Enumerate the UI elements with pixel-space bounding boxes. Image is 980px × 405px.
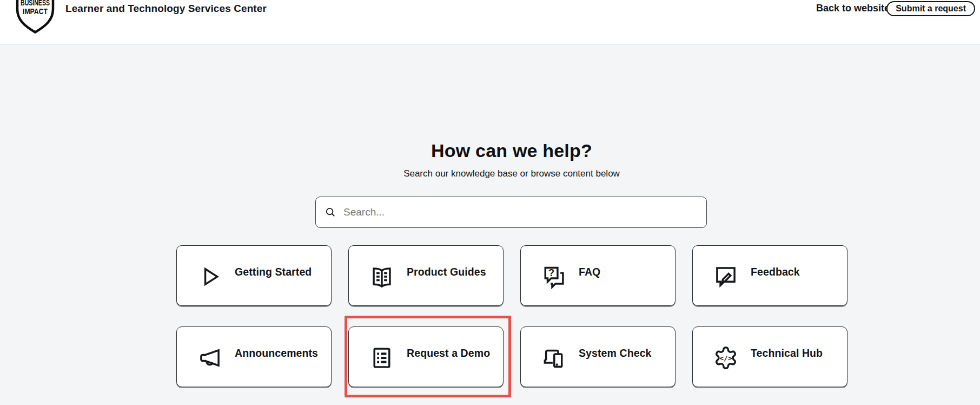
card-label: Technical Hub xyxy=(751,346,823,360)
card-label: Feedback xyxy=(751,265,800,279)
gear-code-icon: </> xyxy=(713,345,738,370)
page-heading: How can we help? xyxy=(176,140,847,161)
business-impact-logo[interactable]: BUSINESS IMPACT xyxy=(15,0,56,35)
card-request-a-demo[interactable]: Request a Demo xyxy=(348,326,504,387)
submit-request-button[interactable]: Submit a request xyxy=(886,1,975,16)
page-subheading: Search our knowledge base or browse cont… xyxy=(176,168,847,179)
checklist-icon xyxy=(369,345,394,370)
svg-text:</>: </> xyxy=(719,354,732,362)
site-title: Learner and Technology Services Center xyxy=(65,1,267,16)
card-product-guides[interactable]: Product Guides xyxy=(348,245,504,306)
card-technical-hub[interactable]: </>Technical Hub xyxy=(692,326,847,387)
card-getting-started[interactable]: Getting Started xyxy=(176,245,332,306)
open-book-icon xyxy=(369,264,394,289)
logo-text-line2: IMPACT xyxy=(23,7,48,16)
card-faq[interactable]: ?FAQ xyxy=(520,245,676,306)
card-label: Request a Demo xyxy=(407,346,490,360)
svg-text:?: ? xyxy=(548,267,554,278)
category-grid: Getting Started Product Guides ?FAQ Feed… xyxy=(176,245,848,387)
megaphone-icon xyxy=(197,345,222,370)
magnifier-icon xyxy=(325,206,336,218)
card-announcements[interactable]: Announcements xyxy=(176,326,332,387)
search-input[interactable] xyxy=(342,206,698,219)
pencil-bubble-icon xyxy=(713,264,738,289)
card-label: FAQ xyxy=(579,265,600,279)
back-to-website-link[interactable]: Back to website xyxy=(816,1,890,16)
question-bubbles-icon: ? xyxy=(541,264,566,289)
search-bar[interactable] xyxy=(315,197,707,228)
card-feedback[interactable]: Feedback xyxy=(692,245,847,306)
play-icon xyxy=(197,264,222,289)
shield-logo-icon: BUSINESS IMPACT xyxy=(15,0,56,35)
card-label: System Check xyxy=(579,346,652,360)
laptop-phone-icon xyxy=(541,345,566,370)
card-label: Announcements xyxy=(235,346,318,360)
logo-text-line1: BUSINESS xyxy=(21,0,50,7)
help-center-page: BUSINESS IMPACT Learner and Technology S… xyxy=(0,0,980,405)
card-system-check[interactable]: System Check xyxy=(520,326,676,387)
card-label: Getting Started xyxy=(235,265,312,279)
header: BUSINESS IMPACT Learner and Technology S… xyxy=(0,0,980,45)
card-label: Product Guides xyxy=(407,265,486,279)
